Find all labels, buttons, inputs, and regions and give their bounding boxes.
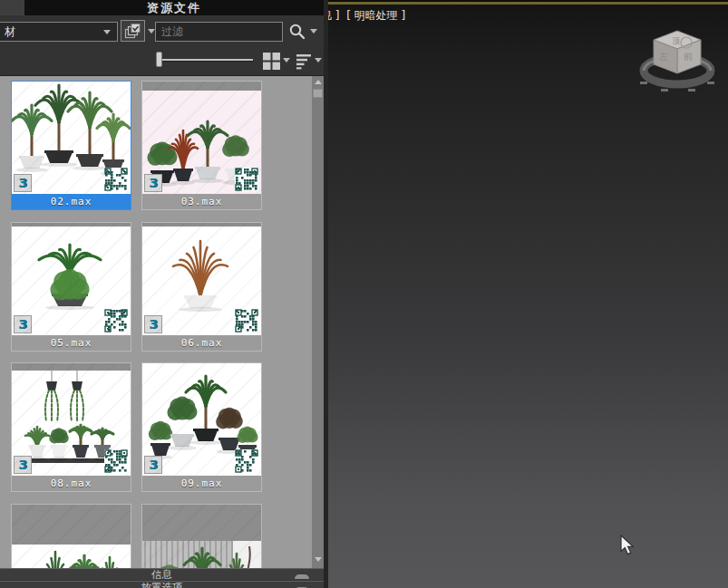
chevron-down-icon: [103, 30, 111, 34]
layers-check-icon: [123, 22, 142, 41]
rollout-info-label: 信息: [151, 568, 172, 581]
asset-tile[interactable]: [11, 504, 131, 568]
viewcube-left-label: 左: [659, 52, 668, 62]
viewport-active-border: [328, 2, 728, 5]
thumbnail-letterbox: [142, 505, 261, 541]
vertical-scrollbar[interactable]: [312, 76, 324, 568]
asset-tile[interactable]: 306.max: [141, 222, 262, 352]
category-dropdown[interactable]: 材: [0, 22, 118, 42]
arrow-up-icon: [315, 80, 322, 84]
chevron-down-icon[interactable]: [315, 58, 322, 63]
max-logo-icon: 3: [144, 174, 162, 192]
filter-input[interactable]: [155, 22, 283, 42]
asset-browser-panel: 资源文件 材: [0, 0, 328, 588]
asset-tile[interactable]: 302.max: [11, 81, 131, 210]
asset-tile-label: 09.max: [142, 476, 261, 491]
asset-thumbnail[interactable]: 3: [142, 82, 261, 194]
browser-toolbar: 材: [0, 15, 324, 45]
asset-tile[interactable]: 308.max: [11, 362, 131, 492]
asset-tile[interactable]: 309.max: [141, 362, 262, 492]
viewcube-front-label: 前: [684, 52, 693, 62]
asset-thumbnail[interactable]: 3: [12, 363, 131, 476]
thumbnail-letterbox: [142, 82, 261, 91]
qr-code: [235, 168, 258, 191]
thumbnail-letterbox: [12, 505, 131, 545]
plant-render: [142, 541, 261, 568]
rollout-info[interactable]: 信息: [0, 568, 324, 580]
qr-code: [104, 449, 128, 473]
category-dropdown-value: 材: [5, 25, 15, 38]
grid-view-icon: [262, 52, 281, 71]
asset-thumbnail[interactable]: [142, 505, 261, 568]
sort-lines-icon: [296, 53, 312, 70]
max-logo-icon: 3: [14, 174, 32, 192]
max-logo-icon: 3: [144, 456, 162, 474]
thumbnail-size-slider-track[interactable]: [156, 59, 253, 62]
panel-title: 资源文件: [24, 0, 324, 15]
view-options-bar: [0, 45, 324, 76]
asset-tile[interactable]: [141, 504, 262, 568]
asset-tile-label: 03.max: [142, 194, 261, 209]
rollout-placement-label: 放置选项: [141, 581, 183, 588]
panel-titlebar[interactable]: 资源文件: [0, 0, 324, 15]
search-icon[interactable]: [288, 23, 306, 41]
viewport-shading-label[interactable]: 视 ] [ 明暗处理 ]: [321, 8, 405, 24]
max-logo-icon: 3: [144, 315, 162, 333]
chevron-down-icon[interactable]: [310, 29, 317, 34]
max-logo-icon: 3: [14, 456, 32, 474]
qr-code: [104, 168, 128, 191]
max-logo-icon: 3: [14, 315, 32, 333]
thumbnail-size-slider-handle[interactable]: [156, 52, 162, 67]
asset-thumbnail[interactable]: 3: [12, 223, 131, 335]
asset-tile-label: 06.max: [142, 335, 261, 351]
application-window: 视 ] [ 明暗处理 ] 顶 前 左 资源文件 材: [0, 0, 728, 588]
scroll-up-button[interactable]: [312, 76, 324, 87]
display-options-button[interactable]: [121, 20, 145, 42]
rollup-arrow-icon: [295, 574, 309, 579]
asset-grid: 302.max303.max305.max306.max308.max309.m…: [0, 76, 324, 568]
asset-tile[interactable]: 305.max: [11, 222, 131, 352]
scroll-down-button[interactable]: [312, 554, 324, 564]
asset-thumbnail[interactable]: [12, 505, 131, 568]
view-mode-button[interactable]: [261, 51, 282, 72]
chevron-down-icon[interactable]: [283, 58, 290, 63]
asset-thumbnail[interactable]: 3: [12, 82, 131, 194]
mouse-cursor: [620, 535, 636, 556]
asset-tile-label: 08.max: [12, 476, 131, 491]
thumbnail-letterbox: [12, 363, 131, 371]
sort-button[interactable]: [294, 52, 314, 71]
qr-code: [235, 309, 258, 333]
scrollbar-thumb[interactable]: [313, 89, 323, 98]
viewport-3d[interactable]: 视 ] [ 明暗处理 ] 顶 前 左: [328, 0, 728, 588]
asset-tile-label: 05.max: [12, 335, 131, 351]
asset-tile-label: 02.max: [12, 194, 131, 209]
rollout-placement-options[interactable]: 放置选项: [0, 581, 324, 588]
asset-thumbnail[interactable]: 3: [142, 363, 261, 476]
qr-code: [235, 449, 258, 473]
panel-edge-divider[interactable]: [324, 0, 328, 588]
plant-render: [12, 545, 131, 568]
chevron-down-icon[interactable]: [148, 29, 155, 34]
viewcube[interactable]: 顶 前 左: [636, 14, 719, 98]
arrow-down-icon: [315, 557, 322, 562]
viewcube-top-label: 顶: [672, 36, 680, 45]
asset-tile[interactable]: 303.max: [141, 81, 262, 210]
qr-code: [104, 309, 128, 333]
titlebar-corner-block: [0, 0, 24, 15]
asset-thumbnail[interactable]: 3: [142, 223, 261, 335]
